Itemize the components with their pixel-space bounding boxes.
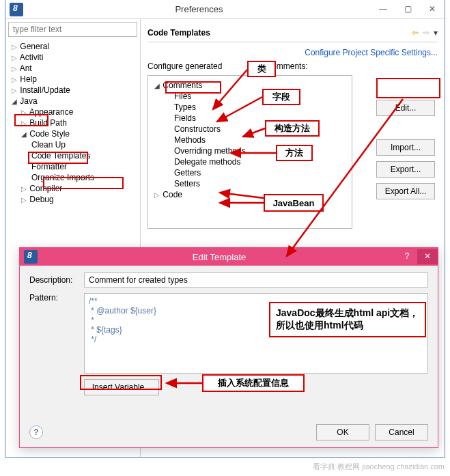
tree-general[interactable]: ▷ General: [8, 41, 137, 52]
tree-formatter[interactable]: Formatter: [8, 161, 137, 172]
watermark: 看字典 教程网 jiaocheng.chazidian.com: [313, 462, 445, 472]
dialog-title: Edit Template: [42, 252, 397, 262]
tree-appearance[interactable]: ▷ Appearance: [8, 107, 137, 117]
pattern-label: Pattern:: [29, 293, 84, 303]
tree-ant[interactable]: ▷ Ant: [8, 63, 137, 74]
templates-setters[interactable]: Setters: [154, 178, 346, 189]
app-icon: [10, 3, 23, 16]
forward-icon[interactable]: ⇨: [423, 28, 430, 38]
templates-comments[interactable]: Comments: [163, 81, 202, 90]
cancel-button[interactable]: Cancel: [375, 424, 428, 440]
templates-code[interactable]: Code: [163, 190, 182, 199]
description-label: Description:: [29, 275, 84, 285]
app-icon: [24, 250, 38, 264]
tree-cleanup[interactable]: Clean Up: [8, 139, 137, 150]
exportall-button[interactable]: Export All...: [376, 183, 435, 199]
configure-project-link[interactable]: Configure Project Specific Settings...: [147, 48, 438, 57]
tree-codetemplates[interactable]: Code Templates: [8, 150, 137, 161]
edit-template-dialog: Edit Template ? ✕ Description: Pattern: …: [19, 247, 438, 448]
edit-button[interactable]: Edit...: [376, 100, 435, 116]
tree-activiti[interactable]: ▷ Activiti: [8, 52, 137, 63]
tree-compiler[interactable]: ▷ Compiler: [8, 183, 137, 194]
configure-generated-label: Configure generated comments:: [147, 61, 438, 71]
help-icon[interactable]: ?: [29, 425, 43, 439]
templates-delegate[interactable]: Delegate methods: [154, 156, 346, 167]
tree-install[interactable]: ▷ Install/Update: [8, 85, 137, 96]
tree-buildpath[interactable]: ▷ Build Path: [8, 117, 137, 128]
close-button[interactable]: ✕: [420, 2, 445, 17]
templates-files[interactable]: Files: [154, 91, 346, 102]
dialog-close-button[interactable]: ✕: [417, 249, 438, 264]
minimize-button[interactable]: —: [371, 2, 395, 17]
import-button[interactable]: Import...: [376, 139, 435, 156]
dialog-help-button[interactable]: ?: [397, 249, 417, 264]
maximize-button[interactable]: ▢: [395, 2, 420, 17]
tree-debug[interactable]: ▷ Debug: [8, 194, 137, 205]
description-input[interactable]: [84, 272, 428, 288]
templates-tree[interactable]: ◢ Comments Files Types Fields Constructo…: [147, 75, 352, 229]
menu-icon[interactable]: ▾: [434, 28, 438, 38]
templates-overriding[interactable]: Overriding methods: [154, 145, 346, 156]
insert-variable-button[interactable]: Insert Variable...: [84, 379, 159, 395]
pattern-textarea[interactable]: /** * @author ${user} * * ${tags} */: [84, 293, 428, 374]
templates-constructors[interactable]: Constructors: [154, 124, 346, 135]
tree-organize[interactable]: Organize Imports: [8, 172, 137, 183]
back-icon[interactable]: ⇦: [412, 28, 419, 38]
templates-methods[interactable]: Methods: [154, 135, 346, 145]
templates-getters[interactable]: Getters: [154, 167, 346, 178]
preferences-tree: ▷ General ▷ Activiti ▷ Ant ▷ Help ▷ Inst…: [8, 41, 137, 205]
filter-input[interactable]: [8, 22, 137, 37]
templates-fields[interactable]: Fields: [154, 113, 346, 124]
ok-button[interactable]: OK: [316, 424, 369, 440]
templates-types[interactable]: Types: [154, 102, 346, 113]
export-button[interactable]: Export...: [376, 161, 435, 178]
dialog-titlebar: Edit Template ? ✕: [20, 248, 438, 266]
window-title: Preferences: [27, 4, 371, 14]
pattern-content: /** * @author ${user} * * ${tags} */: [89, 296, 156, 344]
preferences-titlebar: Preferences — ▢ ✕: [5, 0, 445, 19]
tree-codestyle[interactable]: ◢ Code Style: [8, 128, 137, 139]
tree-java[interactable]: ◢ Java: [8, 96, 137, 107]
tree-help[interactable]: ▷ Help: [8, 74, 137, 85]
page-title: Code Templates: [147, 28, 412, 38]
